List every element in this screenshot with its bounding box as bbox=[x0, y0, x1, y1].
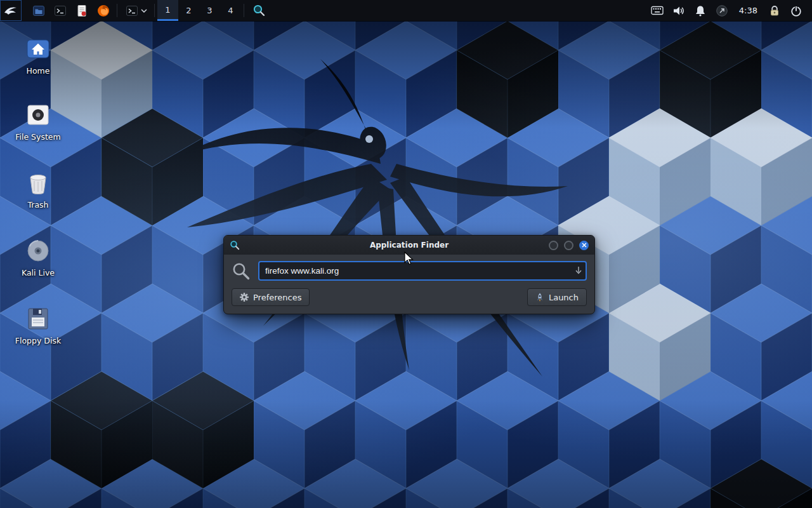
preferences-button[interactable]: Preferences bbox=[232, 288, 310, 306]
workspace-4[interactable]: 4 bbox=[220, 0, 241, 21]
power-icon bbox=[790, 4, 802, 17]
file-manager-icon bbox=[32, 4, 46, 18]
panel-separator bbox=[244, 4, 244, 17]
launch-button[interactable]: Launch bbox=[527, 288, 587, 306]
minimize-button[interactable] bbox=[549, 241, 558, 250]
desktop-icon-home[interactable]: Home bbox=[5, 35, 71, 76]
application-finder-window: Application Finder bbox=[223, 235, 595, 314]
kali-logo-icon bbox=[3, 3, 19, 19]
home-icon bbox=[24, 35, 52, 63]
entry-dropdown-icon[interactable] bbox=[575, 266, 582, 275]
search-icon bbox=[232, 262, 251, 281]
status-circle-icon bbox=[716, 4, 728, 17]
firefox-icon bbox=[96, 4, 110, 18]
window-controls bbox=[549, 241, 589, 250]
workspace-2[interactable]: 2 bbox=[178, 0, 199, 21]
taskbar-application-finder[interactable] bbox=[247, 0, 271, 21]
text-editor-launcher[interactable] bbox=[71, 0, 93, 21]
desktop-icon-label: File System bbox=[15, 132, 61, 142]
workspace-3[interactable]: 3 bbox=[199, 0, 220, 21]
panel-tray-group: 4:38 bbox=[646, 0, 812, 21]
panel-separator bbox=[117, 4, 117, 17]
terminal-icon bbox=[53, 4, 67, 18]
terminal-icon bbox=[125, 4, 139, 18]
gear-icon bbox=[240, 293, 249, 302]
launch-label: Launch bbox=[549, 293, 579, 302]
desktop-icon-file-system[interactable]: File System bbox=[5, 101, 71, 142]
keyboard-icon bbox=[651, 6, 664, 15]
keyboard-indicator[interactable] bbox=[646, 0, 668, 21]
bell-icon bbox=[694, 4, 707, 17]
logout-power[interactable] bbox=[785, 0, 807, 21]
workspace-switcher: 1 2 3 4 bbox=[157, 0, 241, 21]
panel-left-group: 1 2 3 4 bbox=[0, 0, 271, 21]
application-finder-icon bbox=[230, 240, 240, 250]
volume-icon bbox=[672, 4, 685, 17]
top-panel: 1 2 3 4 bbox=[0, 0, 812, 21]
file-manager-launcher[interactable] bbox=[28, 0, 49, 21]
desktop-icon-label: Trash bbox=[27, 200, 48, 210]
workspace-1[interactable]: 1 bbox=[157, 0, 178, 21]
maximize-button[interactable] bbox=[564, 241, 573, 250]
notifications[interactable] bbox=[690, 0, 711, 21]
trash-icon bbox=[24, 169, 52, 197]
desktop-icon-kali-live[interactable]: Kali Live bbox=[5, 237, 71, 277]
drive-icon bbox=[24, 101, 52, 129]
search-entry-wrap bbox=[258, 261, 587, 281]
panel-clock[interactable]: 4:38 bbox=[739, 6, 757, 15]
terminal-launcher[interactable] bbox=[49, 0, 71, 21]
chevron-down-icon bbox=[141, 9, 147, 13]
status-indicator[interactable] bbox=[711, 0, 733, 21]
floppy-icon bbox=[24, 305, 52, 333]
window-title: Application Finder bbox=[224, 241, 594, 250]
lock-keyring[interactable] bbox=[764, 0, 785, 21]
launch-icon bbox=[535, 293, 544, 302]
close-button[interactable] bbox=[579, 241, 589, 250]
preferences-label: Preferences bbox=[253, 293, 301, 302]
panel-separator bbox=[154, 4, 155, 17]
applications-menu-button[interactable] bbox=[0, 0, 22, 21]
volume-control[interactable] bbox=[668, 0, 690, 21]
desktop-icon-floppy-disk[interactable]: Floppy Disk bbox=[5, 305, 71, 345]
desktop-icon-trash[interactable]: Trash bbox=[5, 169, 71, 210]
application-finder-icon bbox=[252, 4, 266, 17]
desktop-icon-label: Kali Live bbox=[22, 268, 55, 277]
desktop-icon-label: Home bbox=[27, 66, 50, 76]
text-editor-icon bbox=[75, 4, 89, 18]
desktop-icon-label: Floppy Disk bbox=[15, 336, 61, 345]
terminal-dropdown-launcher[interactable] bbox=[120, 0, 152, 21]
lock-icon bbox=[768, 4, 781, 17]
search-input[interactable] bbox=[258, 261, 587, 281]
firefox-launcher[interactable] bbox=[93, 0, 114, 21]
optical-disc-icon bbox=[24, 237, 52, 265]
mouse-cursor bbox=[403, 251, 416, 265]
close-icon bbox=[582, 243, 587, 248]
